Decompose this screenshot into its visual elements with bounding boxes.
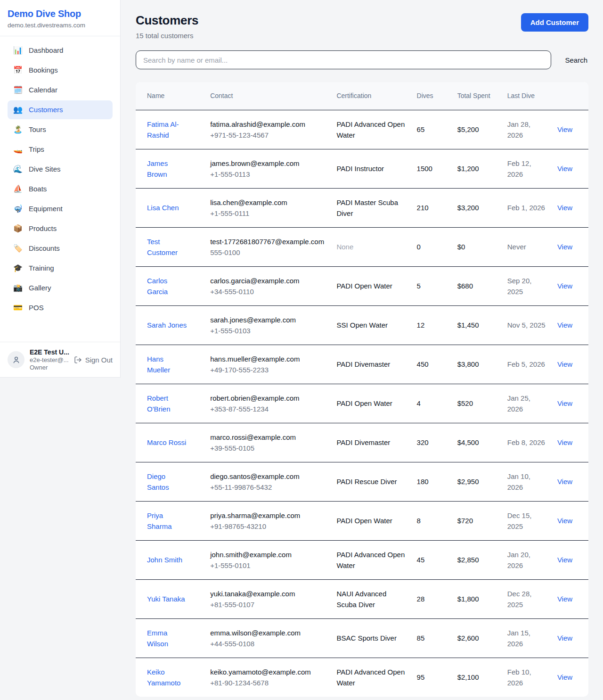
nav-item-label: POS: [29, 303, 44, 313]
customer-last-dive: Feb 8, 2026: [507, 438, 545, 446]
view-customer-link[interactable]: View: [557, 634, 572, 642]
table-row: Sarah Jones sarah.jones@example.com +1-5…: [136, 305, 588, 345]
view-customer-link[interactable]: View: [557, 243, 572, 251]
view-customer-link[interactable]: View: [557, 478, 572, 486]
sidebar-item-training[interactable]: 🎓 Training: [8, 259, 113, 278]
sidebar-item-customers[interactable]: 👥 Customers: [8, 100, 113, 119]
view-customer-link[interactable]: View: [557, 556, 572, 564]
customer-name-link[interactable]: John Smith: [147, 556, 182, 564]
customer-email: hans.mueller@example.com: [210, 354, 325, 364]
sidebar-item-discounts[interactable]: 🏷️ Discounts: [8, 239, 113, 258]
nav-item-label: Customers: [29, 105, 63, 115]
sidebar-item-products[interactable]: 📦 Products: [8, 219, 113, 238]
view-customer-link[interactable]: View: [557, 321, 572, 329]
customer-certification: PADI Instructor: [336, 165, 384, 173]
customer-name-link[interactable]: James Brown: [147, 159, 168, 178]
table-row: Fatima Al-Rashid fatima.alrashid@example…: [136, 110, 588, 149]
view-customer-link[interactable]: View: [557, 595, 572, 603]
diving-mask-icon: 🤿: [13, 204, 23, 214]
nav-item-label: Tours: [29, 125, 46, 134]
customer-name-link[interactable]: Sarah Jones: [147, 321, 187, 329]
shop-domain: demo.test.divestreams.com: [8, 22, 113, 29]
view-customer-link[interactable]: View: [557, 360, 572, 368]
column-header-actions: [552, 82, 588, 110]
column-header-dives: Dives: [411, 82, 452, 110]
page-header: Customers 15 total customers Add Custome…: [136, 13, 588, 40]
sign-out-button[interactable]: Sign Out: [74, 356, 113, 364]
customer-last-dive: Feb 12, 2026: [507, 159, 531, 178]
sidebar-item-trips[interactable]: 🚤 Trips: [8, 140, 113, 159]
customer-name-link[interactable]: Emma Wilson: [147, 629, 168, 648]
nav-item-label: Products: [29, 224, 57, 233]
customer-dives: 320: [417, 438, 429, 446]
customer-name-link[interactable]: Yuki Tanaka: [147, 595, 185, 603]
customer-last-dive: Feb 10, 2026: [507, 668, 531, 687]
search-input[interactable]: [136, 50, 551, 69]
view-customer-link[interactable]: View: [557, 399, 572, 407]
customer-phone: 555-0100: [210, 247, 325, 258]
customer-name-link[interactable]: Fatima Al-Rashid: [147, 120, 179, 139]
customer-name-link[interactable]: Priya Sharma: [147, 511, 172, 530]
customer-dives: 12: [417, 321, 425, 329]
customer-total-spent: $520: [457, 399, 473, 407]
customer-certification: NAUI Advanced Scuba Diver: [336, 590, 386, 609]
speedboat-icon: 🚤: [13, 145, 23, 154]
customer-phone: +34-555-0110: [210, 286, 325, 297]
table-row: Lisa Chen lisa.chen@example.com +1-555-0…: [136, 188, 588, 227]
sidebar-item-bookings[interactable]: 📅 Bookings: [8, 61, 113, 80]
avatar: [8, 351, 24, 368]
sidebar-item-pos[interactable]: 💳 POS: [8, 298, 113, 317]
view-customer-link[interactable]: View: [557, 438, 572, 446]
table-row: Marco Rossi marco.rossi@example.com +39-…: [136, 423, 588, 462]
view-customer-link[interactable]: View: [557, 282, 572, 290]
table-row: Priya Sharma priya.sharma@example.com +9…: [136, 501, 588, 540]
customer-dives: 8: [417, 517, 421, 525]
customer-certification: None: [336, 243, 353, 251]
customer-total-spent: $4,500: [457, 438, 479, 446]
sign-out-label: Sign Out: [85, 356, 113, 364]
sidebar-item-dashboard[interactable]: 📊 Dashboard: [8, 41, 113, 60]
view-customer-link[interactable]: View: [557, 673, 572, 681]
customer-total-spent: $1,800: [457, 595, 479, 603]
customer-name-link[interactable]: Diego Santos: [147, 472, 169, 491]
customer-total-spent: $720: [457, 517, 473, 525]
sidebar-item-equipment[interactable]: 🤿 Equipment: [8, 199, 113, 218]
view-customer-link[interactable]: View: [557, 204, 572, 212]
customer-last-dive: Jan 10, 2026: [507, 472, 530, 491]
customer-name-link[interactable]: Marco Rossi: [147, 438, 186, 446]
customer-name-link[interactable]: Hans Mueller: [147, 355, 170, 374]
customer-name-link[interactable]: Lisa Chen: [147, 204, 179, 212]
user-info: E2E Test U... e2e-tester@... Owner: [30, 348, 69, 371]
search-button[interactable]: Search: [564, 56, 588, 64]
sidebar-item-dive-sites[interactable]: 🌊 Dive Sites: [8, 160, 113, 179]
nav-item-label: Equipment: [29, 204, 63, 214]
customer-last-dive: Feb 5, 2026: [507, 360, 545, 368]
sidebar-item-boats[interactable]: ⛵ Boats: [8, 180, 113, 198]
customer-name-link[interactable]: Keiko Yamamoto: [147, 668, 180, 687]
nav-item-label: Dive Sites: [29, 165, 61, 174]
customer-count: 15 total customers: [136, 32, 198, 40]
customer-name-link[interactable]: Test Customer: [147, 238, 178, 256]
customer-phone: +1-555-0111: [210, 208, 325, 219]
customer-certification: PADI Open Water: [336, 282, 392, 290]
customer-last-dive: Jan 28, 2026: [507, 120, 530, 139]
logout-icon: [74, 356, 82, 364]
customer-certification: PADI Divemaster: [336, 360, 390, 368]
view-customer-link[interactable]: View: [557, 165, 572, 173]
sidebar-item-gallery[interactable]: 📸 Gallery: [8, 279, 113, 297]
customer-name-link[interactable]: Robert O'Brien: [147, 394, 171, 413]
sidebar-item-tours[interactable]: 🏝️ Tours: [8, 120, 113, 139]
view-customer-link[interactable]: View: [557, 517, 572, 525]
customer-certification: PADI Open Water: [336, 517, 392, 525]
sidebar-item-calendar[interactable]: 🗓️ Calendar: [8, 81, 113, 99]
add-customer-button[interactable]: Add Customer: [521, 13, 588, 32]
spiral-calendar-icon: 🗓️: [13, 85, 23, 95]
customer-name-link[interactable]: Carlos Garcia: [147, 277, 168, 296]
customers-table: Name Contact Certification Dives Total S…: [136, 82, 588, 697]
view-customer-link[interactable]: View: [557, 125, 572, 133]
column-header-last-dive: Last Dive: [502, 82, 552, 110]
customer-email: carlos.garcia@example.com: [210, 275, 325, 286]
customer-certification: BSAC Sports Diver: [336, 634, 397, 642]
nav-item-label: Bookings: [29, 66, 58, 75]
customer-last-dive: Feb 1, 2026: [507, 204, 545, 212]
